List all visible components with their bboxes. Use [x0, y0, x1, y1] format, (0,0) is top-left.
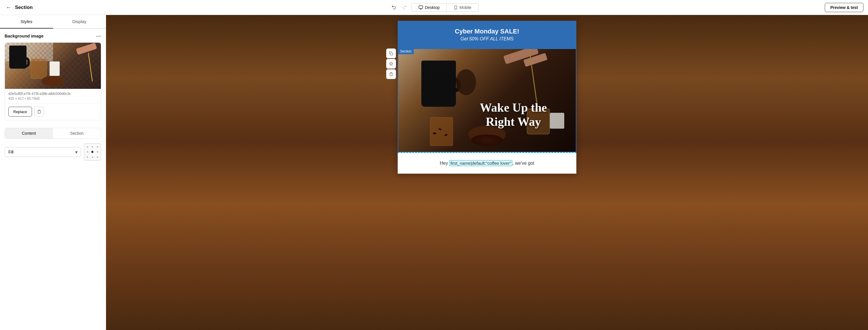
section-toolbar: [386, 49, 396, 79]
undo-button[interactable]: [389, 3, 399, 12]
section-toggle-button[interactable]: Section: [53, 128, 101, 138]
email-container: Cyber Monday SALE! Get 50% OFF ALL ITEMS…: [398, 21, 576, 174]
email-header-title: Cyber Monday SALE!: [403, 28, 570, 35]
hero-wrapper: Section: [398, 49, 576, 152]
page-title: Section: [15, 5, 33, 10]
canvas-area: Cyber Monday SALE! Get 50% OFF ALL ITEMS…: [106, 15, 868, 330]
image-preview-card: d2e5c80f-e7f4-473f-a38b-a8dc030d0c3c 925…: [5, 43, 101, 120]
email-hero[interactable]: Wake Up the Right Way: [398, 49, 576, 152]
section-badge: Section: [398, 49, 414, 54]
top-bar: ← Section: [0, 0, 868, 15]
svg-marker-6: [389, 62, 393, 65]
replace-button[interactable]: Replace: [8, 107, 32, 116]
grid-dot-ml[interactable]: [85, 150, 90, 154]
email-header: Cyber Monday SALE! Get 50% OFF ALL ITEMS: [398, 21, 576, 49]
content-section-toggle: Content Section: [5, 128, 101, 139]
content-toggle-button[interactable]: Content: [5, 128, 53, 138]
desktop-button[interactable]: Desktop: [411, 3, 447, 11]
left-panel: Styles Display Background image —: [0, 15, 106, 330]
image-preview-area: [5, 43, 101, 89]
undo-redo-group: [389, 3, 409, 12]
panel-tabs: Styles Display: [0, 15, 106, 29]
favorite-section-button[interactable]: [386, 59, 396, 68]
email-body-text: Hey first_name|default:"coffee lover", w…: [405, 160, 569, 167]
main-layout: Styles Display Background image —: [0, 15, 868, 330]
mobile-button[interactable]: Mobile: [447, 3, 478, 11]
personalization-tag: first_name|default:"coffee lover": [449, 160, 513, 166]
desktop-label: Desktop: [425, 5, 439, 10]
hero-background: Wake Up the Right Way: [398, 49, 576, 152]
tab-styles[interactable]: Styles: [0, 15, 53, 29]
image-meta: d2e5c80f-e7f4-473f-a38b-a8dc030d0c3c 925…: [5, 89, 101, 104]
position-grid: [84, 143, 101, 161]
redo-button[interactable]: [400, 3, 409, 12]
delete-image-button[interactable]: [34, 107, 44, 116]
fill-select[interactable]: Fill Fit Stretch Tile: [5, 147, 81, 157]
body-text-before: Hey: [440, 161, 449, 166]
image-hash: d2e5c80f-e7f4-473f-a38b-a8dc030d0c3c: [8, 92, 97, 96]
hero-text: Wake Up the Right Way: [480, 101, 547, 129]
mobile-label: Mobile: [460, 5, 471, 10]
svg-rect-5: [391, 53, 393, 55]
top-bar-left: ← Section: [5, 3, 108, 12]
grid-dot-mc[interactable]: [90, 150, 95, 154]
collapse-button[interactable]: —: [96, 33, 101, 38]
device-toggle: Desktop Mobile: [411, 3, 479, 12]
grid-dot-tr[interactable]: [95, 145, 100, 149]
grid-dot-tc[interactable]: [90, 145, 95, 149]
email-body: Hey first_name|default:"coffee lover", w…: [398, 152, 576, 174]
section-header: Background image —: [5, 33, 101, 38]
grid-dot-tl[interactable]: [85, 145, 90, 149]
preview-test-button[interactable]: Preview & test: [825, 3, 863, 12]
svg-rect-0: [419, 6, 423, 8]
background-image-section: Background image —: [0, 29, 106, 128]
body-text-after: , we've got: [513, 161, 534, 166]
fill-select-wrapper: Fill Fit Stretch Tile: [5, 147, 81, 157]
hero-headline: Wake Up the Right Way: [480, 101, 547, 129]
email-header-subtitle: Get 50% OFF ALL ITEMS: [403, 36, 570, 42]
back-button[interactable]: ←: [5, 3, 13, 12]
image-actions: Replace: [5, 104, 101, 120]
grid-dot-bl[interactable]: [85, 155, 90, 159]
grid-dot-mr[interactable]: [95, 150, 100, 154]
top-bar-center: Desktop Mobile: [389, 3, 479, 12]
grid-dot-br[interactable]: [95, 155, 100, 159]
delete-section-button[interactable]: [386, 69, 396, 79]
fill-control-row: Fill Fit Stretch Tile: [0, 143, 106, 165]
copy-section-button[interactable]: [386, 49, 396, 58]
background-image-title: Background image: [5, 33, 43, 38]
grid-dot-bc[interactable]: [90, 155, 95, 159]
tab-display[interactable]: Display: [53, 15, 106, 29]
image-dimensions: 925 × 617 • 95.79kB: [8, 97, 97, 101]
